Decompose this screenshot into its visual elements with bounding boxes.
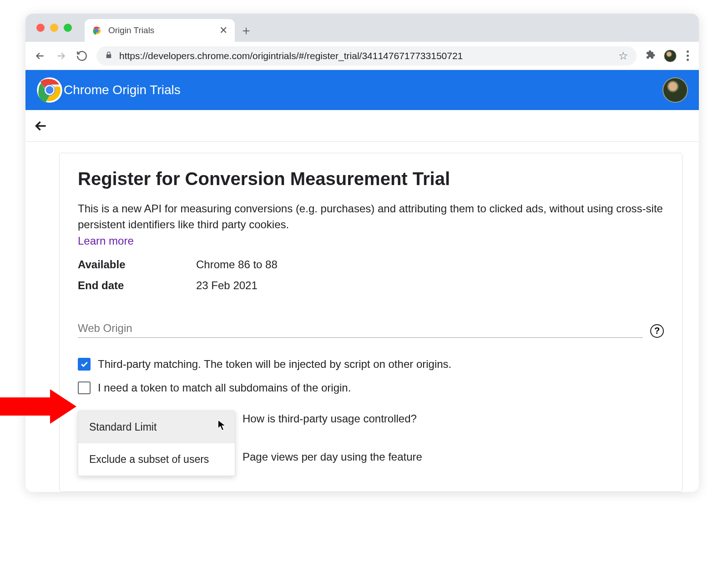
learn-more-link[interactable]: Learn more [78, 235, 134, 247]
thirdparty-checkbox[interactable] [78, 358, 91, 371]
maximize-window-icon[interactable] [64, 24, 72, 32]
thirdparty-label: Third-party matching. The token will be … [98, 358, 451, 371]
cursor-icon [217, 419, 227, 434]
page-back-icon[interactable] [33, 118, 49, 134]
tab-close-icon[interactable]: ✕ [219, 25, 228, 36]
tab-favicon-icon [92, 25, 102, 35]
limit-dropdown[interactable]: Standard Limit Exclude a subset of users [78, 411, 235, 476]
subdomains-label: I need a token to match all subdomains o… [98, 381, 351, 394]
nav-reload-icon[interactable] [76, 50, 88, 62]
pageviews-label: Page views per day using the feature [243, 451, 422, 463]
web-origin-input[interactable] [78, 319, 643, 338]
checkbox-group: Third-party matching. The token will be … [78, 358, 664, 394]
address-bar[interactable]: https://developers.chrome.com/origintria… [96, 46, 637, 65]
nav-back-icon[interactable] [34, 50, 46, 62]
browser-titlebar: Origin Trials ✕ ＋ [25, 14, 699, 42]
profile-avatar-icon[interactable] [664, 50, 677, 62]
subdomains-checkbox-row[interactable]: I need a token to match all subdomains o… [78, 381, 664, 394]
usage-limit-area: Standard Limit Exclude a subset of users… [78, 411, 664, 476]
window-controls [25, 24, 72, 42]
lock-icon [105, 50, 113, 61]
extensions-icon[interactable] [645, 49, 656, 63]
limit-option-standard[interactable]: Standard Limit [78, 411, 235, 443]
page-title: Register for Conversion Measurement Tria… [78, 169, 664, 189]
enddate-label: End date [78, 279, 196, 292]
annotation-arrow-icon [0, 389, 76, 424]
browser-window: Origin Trials ✕ ＋ https://developers.chr… [25, 14, 699, 492]
thirdparty-checkbox-row[interactable]: Third-party matching. The token will be … [78, 358, 664, 371]
trial-description: This is a new API for measuring conversi… [78, 201, 664, 233]
nav-forward-icon[interactable] [55, 50, 67, 62]
trial-card: Register for Conversion Measurement Tria… [59, 153, 682, 492]
tab-title: Origin Trials [108, 25, 213, 35]
available-label: Available [78, 258, 196, 271]
app-title: Chrome Origin Trials [64, 83, 662, 97]
subdomains-checkbox[interactable] [78, 381, 91, 394]
minimize-window-icon[interactable] [50, 24, 58, 32]
browser-menu-icon[interactable] [685, 49, 691, 63]
trial-meta: Available Chrome 86 to 88 End date 23 Fe… [78, 258, 664, 292]
user-avatar-icon[interactable] [662, 77, 688, 103]
limit-option-exclude[interactable]: Exclude a subset of users [78, 443, 235, 476]
new-tab-button[interactable]: ＋ [235, 19, 258, 42]
url-text: https://developers.chrome.com/origintria… [119, 50, 612, 61]
browser-tab[interactable]: Origin Trials ✕ [85, 19, 235, 42]
page-back-row [25, 110, 699, 142]
bookmark-star-icon[interactable]: ☆ [618, 50, 628, 62]
available-value: Chrome 86 to 88 [196, 258, 278, 271]
enddate-value: 23 Feb 2021 [196, 279, 258, 292]
close-window-icon[interactable] [36, 24, 45, 32]
chrome-logo-icon [36, 77, 63, 103]
help-icon[interactable]: ? [650, 324, 664, 338]
thirdparty-usage-question: How is third-party usage controlled? [243, 412, 422, 425]
browser-toolbar: https://developers.chrome.com/origintria… [25, 42, 699, 70]
app-header: Chrome Origin Trials [25, 70, 699, 110]
web-origin-row: ? [78, 319, 664, 338]
